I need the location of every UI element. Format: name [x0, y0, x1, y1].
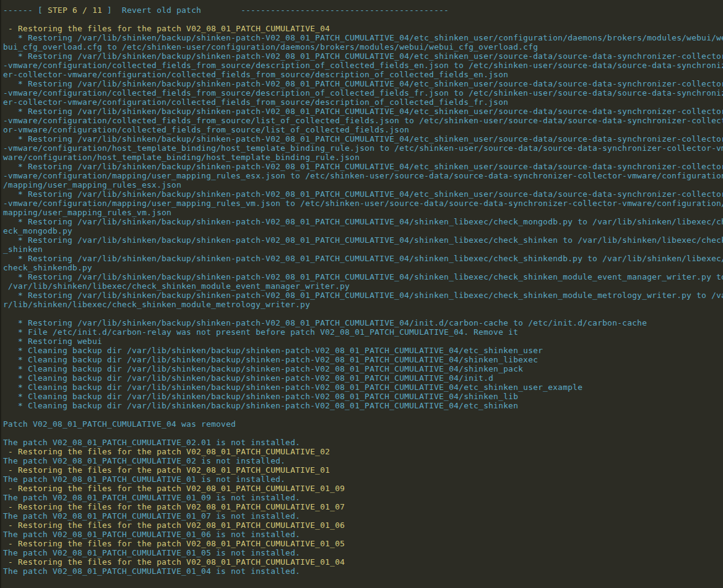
- terminal-line: * Restoring /var/lib/shinken/backup/shin…: [3, 52, 723, 61]
- terminal-line: check_shinkendb.py: [3, 263, 723, 272]
- terminal-line: * Cleaning backup dir /var/lib/shinken/b…: [3, 383, 723, 392]
- terminal-text-segment: * Restoring /var/lib/shinken/backup/shin…: [3, 162, 723, 171]
- terminal-line: * Cleaning backup dir /var/lib/shinken/b…: [3, 346, 723, 355]
- terminal-text-segment: * Cleaning backup dir /var/lib/shinken/b…: [3, 346, 543, 355]
- terminal-line: The patch V02_08_01_PATCH_CUMULATIVE_02.…: [3, 438, 723, 447]
- terminal-text-segment: -vmware/configuration/collected_fields_f…: [3, 61, 723, 70]
- terminal-text-segment: * Restoring /var/lib/shinken/backup/shin…: [3, 33, 723, 42]
- terminal-text-segment: * Restoring webui: [3, 337, 102, 346]
- terminal-line: * Cleaning backup dir /var/lib/shinken/b…: [3, 373, 723, 383]
- terminal-text-segment: /mapping/user_mapping_rules_esx.json: [3, 180, 182, 189]
- terminal-window[interactable]: ------ [ STEP 6 / 11 ] Revert old patch …: [0, 0, 723, 588]
- terminal-text-segment: * Cleaning backup dir /var/lib/shinken/b…: [3, 364, 523, 373]
- terminal-line: The patch V02_08_01_PATCH_CUMULATIVE_01_…: [3, 530, 723, 539]
- terminal-line: - Restoring the files for the patch V02_…: [3, 447, 723, 456]
- terminal-line: - Restoring the files for the patch V02_…: [3, 502, 723, 511]
- terminal-line: * Cleaning backup dir /var/lib/shinken/b…: [3, 364, 723, 373]
- terminal-text-segment: mapping/user_mapping_rules_vm.json: [3, 208, 172, 217]
- terminal-line: - Restoring the files for the patch V02_…: [3, 557, 723, 567]
- terminal-line: [3, 15, 723, 24]
- terminal-line: Patch V02_08_01_PATCH_CUMULATIVE_04 was …: [3, 419, 723, 429]
- terminal-text-segment: The patch V02_08_01_PATCH_CUMULATIVE_01_…: [3, 530, 300, 539]
- terminal-text-segment: * Cleaning backup dir /var/lib/shinken/b…: [3, 355, 538, 364]
- terminal-text-segment: eck_mongodb.py: [3, 226, 72, 235]
- terminal-text-segment: _shinken: [3, 245, 43, 254]
- terminal-text-segment: The patch V02_08_01_PATCH_CUMULATIVE_01 …: [3, 475, 285, 484]
- terminal-text-segment: * Restoring /var/lib/shinken/backup/shin…: [3, 52, 723, 61]
- terminal-line: * Restoring /var/lib/shinken/backup/shin…: [3, 318, 723, 327]
- terminal-text-segment: The patch V02_08_01_PATCH_CUMULATIVE_01_…: [3, 511, 300, 521]
- terminal-line: -vmware/configuration/mapping/user_mappi…: [3, 171, 723, 180]
- terminal-line: * Cleaning backup dir /var/lib/shinken/b…: [3, 392, 723, 401]
- terminal-line: * File /etc/init.d/carbon-relay was not …: [3, 327, 723, 337]
- terminal-text-segment: ] Revert old patch ---------------------…: [102, 6, 449, 15]
- terminal-line: - Restoring the files for the patch V02_…: [3, 521, 723, 530]
- terminal-line: [3, 309, 723, 318]
- terminal-text-segment: * Restoring /var/lib/shinken/backup/shin…: [3, 79, 723, 88]
- terminal-line: The patch V02_08_01_PATCH_CUMULATIVE_01_…: [3, 567, 723, 576]
- terminal-text-segment: -vmware/configuration/collected_fields_f…: [3, 116, 723, 125]
- terminal-line: The patch V02_08_01_PATCH_CUMULATIVE_01_…: [3, 493, 723, 502]
- terminal-line: _shinken: [3, 245, 723, 254]
- terminal-line: /mapping/user_mapping_rules_esx.json: [3, 180, 723, 189]
- terminal-text-segment: * Cleaning backup dir /var/lib/shinken/b…: [3, 373, 494, 383]
- terminal-line: * Restoring /var/lib/shinken/backup/shin…: [3, 162, 723, 171]
- terminal-line: -vmware/configuration/collected_fields_f…: [3, 116, 723, 125]
- terminal-line: [3, 429, 723, 438]
- terminal-line: * Restoring /var/lib/shinken/backup/shin…: [3, 217, 723, 226]
- terminal-line: The patch V02_08_01_PATCH_CUMULATIVE_01_…: [3, 511, 723, 521]
- terminal-text-segment: -vmware/configuration/collected_fields_f…: [3, 88, 723, 97]
- terminal-line: ------ [ STEP 6 / 11 ] Revert old patch …: [3, 6, 723, 15]
- terminal-text-segment: ------ [: [3, 6, 48, 15]
- terminal-text-segment: - Restoring the files for the patch V02_…: [3, 502, 345, 511]
- terminal-text-segment: -vmware/configuration/host_template_bind…: [3, 143, 723, 153]
- terminal-text-segment: - Restoring the files for the patch V02_…: [3, 521, 345, 530]
- terminal-line: or-vmware/configuration/collected_fields…: [3, 125, 723, 134]
- terminal-line: - Restoring the files for the patch V02_…: [3, 465, 723, 475]
- terminal-text-segment: - Restoring the files for the patch V02_…: [3, 557, 345, 567]
- terminal-text-segment: -vmware/configuration/mapping/user_mappi…: [3, 171, 723, 180]
- terminal-text-segment: * Restoring /var/lib/shinken/backup/shin…: [3, 318, 647, 327]
- terminal-line: eck_mongodb.py: [3, 226, 723, 235]
- terminal-line: * Restoring /var/lib/shinken/backup/shin…: [3, 254, 723, 263]
- terminal-output: ------ [ STEP 6 / 11 ] Revert old patch …: [3, 6, 723, 576]
- terminal-line: - Restoring the files for the patch V02_…: [3, 24, 723, 33]
- terminal-text-segment: - Restoring the files for the patch V02_…: [3, 465, 330, 475]
- terminal-text-segment: - Restoring the files for the patch V02_…: [3, 24, 330, 33]
- terminal-text-segment: or-vmware/configuration/collected_fields…: [3, 125, 409, 134]
- terminal-line: * Restoring /var/lib/shinken/backup/shin…: [3, 79, 723, 88]
- terminal-line: ware/configuration/host_template_binding…: [3, 153, 723, 162]
- terminal-line: * Restoring /var/lib/shinken/backup/shin…: [3, 272, 723, 281]
- terminal-line: - Restoring the files for the patch V02_…: [3, 539, 723, 548]
- terminal-line: -vmware/configuration/collected_fields_f…: [3, 61, 723, 70]
- terminal-line: * Cleaning backup dir /var/lib/shinken/b…: [3, 401, 723, 410]
- terminal-text-segment: The patch V02_08_01_PATCH_CUMULATIVE_01_…: [3, 493, 300, 502]
- terminal-text-segment: - Restoring the files for the patch V02_…: [3, 447, 330, 456]
- terminal-line: -vmware/configuration/collected_fields_f…: [3, 88, 723, 97]
- terminal-line: * Restoring /var/lib/shinken/backup/shin…: [3, 107, 723, 116]
- terminal-text-segment: bui_cfg_overload.cfg to /etc/shinken-use…: [3, 42, 538, 52]
- terminal-text-segment: r/lib/shinken/libexec/check_shinken_modu…: [3, 300, 310, 309]
- terminal-line: * Restoring /var/lib/shinken/backup/shin…: [3, 189, 723, 199]
- terminal-line: -vmware/configuration/mapping/user_mappi…: [3, 199, 723, 208]
- terminal-line: The patch V02_08_01_PATCH_CUMULATIVE_01_…: [3, 548, 723, 557]
- terminal-text-segment: STEP 6 / 11: [48, 6, 102, 15]
- terminal-text-segment: * Restoring /var/lib/shinken/backup/shin…: [3, 134, 723, 143]
- terminal-text-segment: * File /etc/init.d/carbon-relay was not …: [3, 327, 518, 337]
- terminal-line: er-collector-vmware/configuration/collec…: [3, 70, 723, 79]
- terminal-line: * Restoring /var/lib/shinken/backup/shin…: [3, 134, 723, 143]
- terminal-text-segment: ware/configuration/host_template_binding…: [3, 153, 360, 162]
- terminal-text-segment: er-collector-vmware/configuration/collec…: [3, 70, 508, 79]
- terminal-line: The patch V02_08_01_PATCH_CUMULATIVE_01 …: [3, 475, 723, 484]
- terminal-line: The patch V02_08_01_PATCH_CUMULATIVE_02 …: [3, 456, 723, 465]
- terminal-line: [3, 410, 723, 419]
- terminal-text-segment: check_shinkendb.py: [3, 263, 92, 272]
- terminal-line: mapping/user_mapping_rules_vm.json: [3, 208, 723, 217]
- terminal-text-segment: * Restoring /var/lib/shinken/backup/shin…: [3, 254, 723, 263]
- terminal-text-segment: * Restoring /var/lib/shinken/backup/shin…: [3, 189, 723, 199]
- terminal-text-segment: * Restoring /var/lib/shinken/backup/shin…: [3, 217, 723, 226]
- terminal-text-segment: Patch V02_08_01_PATCH_CUMULATIVE_04 was …: [3, 419, 236, 429]
- terminal-text-segment: * Restoring /var/lib/shinken/backup/shin…: [3, 291, 723, 300]
- terminal-line: er-collector-vmware/configuration/collec…: [3, 97, 723, 107]
- terminal-line: * Restoring webui: [3, 337, 723, 346]
